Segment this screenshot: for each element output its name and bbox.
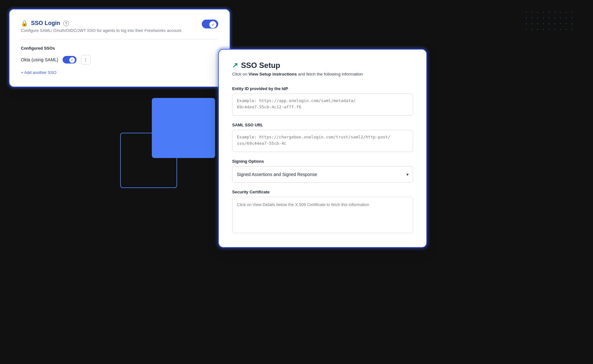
sso-item-row: Okta (using SAML) ✓ ⋮ xyxy=(21,55,218,64)
signing-options-select[interactable]: Signed Assertions and Signed Response Si… xyxy=(232,166,413,183)
sso-item-toggle-thumb: ✓ xyxy=(69,57,75,63)
sso-login-title-row: 🔒 SSO Login ? xyxy=(21,20,182,27)
sso-item-check-icon: ✓ xyxy=(71,58,73,62)
dot-grid-decoration xyxy=(523,9,574,35)
blue-square-outline xyxy=(120,133,177,188)
toggle-check-icon: ✓ xyxy=(212,23,214,27)
entity-id-label: Entity ID provided by the IdP xyxy=(232,86,413,91)
configured-ssos-label: Configured SSOs xyxy=(21,46,218,51)
lock-icon: 🔒 xyxy=(21,20,28,27)
sso-item-toggle[interactable]: ✓ xyxy=(63,56,77,64)
subtitle-prefix: Click on xyxy=(232,72,249,76)
sso-setup-icon: ↗ xyxy=(232,61,238,70)
saml-sso-url-input[interactable] xyxy=(232,130,413,152)
sso-item-toggle-track: ✓ xyxy=(63,56,77,64)
setup-subtitle: Click on View Setup instructions and fet… xyxy=(232,71,413,77)
sso-item-menu-button[interactable]: ⋮ xyxy=(81,55,90,64)
saml-sso-url-label: SAML SSO URL xyxy=(232,123,413,127)
sso-login-header: 🔒 SSO Login ? Configure SAML/ OAuth/OIDC… xyxy=(21,20,218,33)
signing-options-wrapper: Signed Assertions and Signed Response Si… xyxy=(232,166,413,183)
sso-login-title-area: 🔒 SSO Login ? Configure SAML/ OAuth/OIDC… xyxy=(21,20,182,33)
toggle-track: ✓ xyxy=(202,20,218,28)
security-cert-input[interactable] xyxy=(232,197,413,233)
sso-setup-title: SSO Setup xyxy=(241,61,280,70)
sso-login-title: SSO Login xyxy=(31,20,60,27)
subtitle-suffix: and fetch the following information xyxy=(297,72,363,76)
sso-login-card: 🔒 SSO Login ? Configure SAML/ OAuth/OIDC… xyxy=(9,9,230,87)
sso-item-name: Okta (using SAML) xyxy=(21,57,58,62)
subtitle-bold: View Setup instructions xyxy=(249,72,297,76)
sso-setup-card: ↗ SSO Setup Click on View Setup instruct… xyxy=(218,49,427,248)
card-divider xyxy=(21,39,218,39)
sso-login-toggle[interactable]: ✓ xyxy=(202,20,218,28)
setup-header: ↗ SSO Setup xyxy=(232,61,413,70)
security-cert-label: Security Certificate xyxy=(232,190,413,194)
add-sso-link[interactable]: + Add another SSO xyxy=(21,70,56,75)
toggle-thumb: ✓ xyxy=(209,21,216,28)
help-icon[interactable]: ? xyxy=(63,21,69,26)
signing-options-label: Signing Options xyxy=(232,159,413,164)
entity-id-input[interactable] xyxy=(232,94,413,116)
sso-login-description: Configure SAML/ OAuth/OIDC/JWT SSO for a… xyxy=(21,28,182,33)
